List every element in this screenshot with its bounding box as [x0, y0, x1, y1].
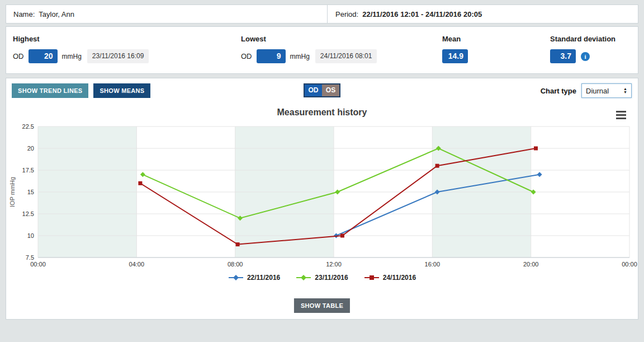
svg-text:15: 15 — [27, 189, 34, 195]
show-means-button[interactable]: SHOW MEANS — [93, 83, 150, 98]
svg-text:20:00: 20:00 — [523, 261, 539, 268]
od-toggle-button[interactable]: OD — [305, 85, 322, 96]
chart-legend: 22/11/201623/11/201624/11/2016 — [6, 274, 638, 282]
highest-timestamp: 23/11/2016 16:09 — [87, 49, 149, 63]
patient-header-panel: Name: Taylor, Ann Period: 22/11/2016 12:… — [6, 4, 638, 24]
highest-value: 20 — [29, 49, 58, 63]
lowest-eye-label: OD — [241, 52, 252, 60]
patient-name-cell: Name: Taylor, Ann — [6, 5, 328, 23]
show-table-button[interactable]: SHOW TABLE — [294, 298, 350, 313]
svg-text:7.5: 7.5 — [26, 254, 34, 261]
info-icon[interactable]: i — [581, 52, 590, 61]
legend-marker-icon — [364, 274, 380, 282]
std-dev-label: Standard deviation — [550, 35, 615, 43]
stat-mean: Mean 14.9 — [442, 35, 468, 63]
chart-title: Measurement history — [6, 107, 638, 118]
highest-label: Highest — [13, 35, 149, 43]
eye-toggle: OD OS — [304, 83, 340, 97]
os-toggle-button[interactable]: OS — [322, 85, 339, 96]
show-trend-lines-button[interactable]: SHOW TREND LINES — [12, 83, 88, 98]
highest-row: OD 20 mmHg 23/11/2016 16:09 — [13, 49, 149, 63]
chart-type-value: Diurnal — [586, 87, 609, 95]
chart-type-select[interactable]: Diurnal ▲▼ — [581, 83, 632, 98]
svg-text:IOP mmHg: IOP mmHg — [9, 177, 16, 207]
legend-label: 23/11/2016 — [315, 274, 348, 282]
svg-text:20: 20 — [27, 145, 34, 152]
chart-type-label: Chart type — [541, 87, 576, 95]
svg-text:12:00: 12:00 — [326, 261, 342, 268]
chart-toolbar: SHOW TREND LINES SHOW MEANS — [12, 83, 150, 98]
period-label: Period: — [335, 10, 358, 18]
svg-text:04:00: 04:00 — [129, 261, 145, 268]
chart-type-control: Chart type Diurnal ▲▼ — [541, 83, 632, 98]
stat-std-dev: Standard deviation 3.7 i — [550, 35, 615, 63]
select-arrows-icon: ▲▼ — [623, 87, 627, 94]
svg-text:10: 10 — [27, 232, 34, 239]
period-cell: Period: 22/11/2016 12:01 - 24/11/2016 20… — [328, 5, 638, 23]
legend-label: 24/11/2016 — [383, 274, 416, 282]
lowest-row: OD 9 mmHg 24/11/2016 08:01 — [241, 49, 377, 63]
legend-marker-icon — [296, 274, 311, 282]
mean-value: 14.9 — [442, 49, 468, 63]
lowest-label: Lowest — [241, 35, 377, 43]
legend-marker-icon — [228, 274, 244, 282]
legend-item[interactable]: 22/11/2016 — [228, 274, 280, 282]
std-dev-value: 3.7 — [550, 49, 576, 63]
svg-text:08:00: 08:00 — [228, 261, 243, 268]
svg-text:12.5: 12.5 — [22, 210, 34, 217]
mean-row: 14.9 — [442, 49, 468, 63]
measurement-chart: 7.51012.51517.52022.500:0004:0008:0012:0… — [7, 122, 638, 272]
name-value: Taylor, Ann — [39, 10, 74, 18]
stat-highest: Highest OD 20 mmHg 23/11/2016 16:09 — [13, 35, 149, 63]
svg-text:22.5: 22.5 — [22, 123, 34, 130]
lowest-unit: mmHg — [290, 53, 310, 60]
legend-item[interactable]: 23/11/2016 — [296, 274, 348, 282]
name-label: Name: — [13, 10, 35, 18]
lowest-value: 9 — [257, 49, 286, 63]
svg-text:00:00: 00:00 — [30, 261, 46, 268]
lowest-timestamp: 24/11/2016 08:01 — [315, 49, 377, 63]
std-dev-row: 3.7 i — [550, 49, 615, 63]
svg-text:17.5: 17.5 — [22, 167, 34, 174]
legend-item[interactable]: 24/11/2016 — [364, 274, 416, 282]
period-value: 22/11/2016 12:01 - 24/11/2016 20:05 — [362, 10, 482, 18]
highest-eye-label: OD — [13, 52, 24, 60]
svg-text:00:00: 00:00 — [622, 261, 637, 268]
svg-text:16:00: 16:00 — [425, 261, 441, 268]
stat-lowest: Lowest OD 9 mmHg 24/11/2016 08:01 — [241, 35, 377, 63]
mean-label: Mean — [442, 35, 468, 43]
chart-panel: SHOW TREND LINES SHOW MEANS OD OS Chart … — [6, 78, 638, 320]
stats-panel: Highest OD 20 mmHg 23/11/2016 16:09 Lowe… — [6, 26, 638, 74]
chart-menu-icon[interactable] — [616, 111, 626, 119]
legend-label: 22/11/2016 — [247, 274, 280, 282]
highest-unit: mmHg — [62, 53, 82, 60]
